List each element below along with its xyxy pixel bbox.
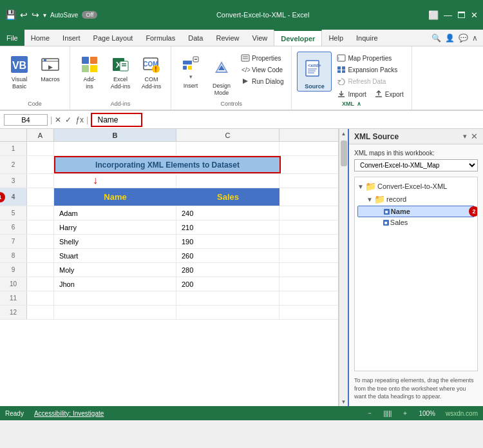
ribbon-collapse-icon[interactable]: ∧ (472, 34, 478, 43)
row-num-4[interactable]: 4 1 (0, 188, 27, 206)
tab-data[interactable]: Data (182, 30, 209, 46)
tree-expand-record[interactable]: ▼ (366, 196, 373, 203)
tab-review[interactable]: Review (209, 30, 245, 46)
cell-c5[interactable]: 240 (176, 206, 279, 220)
tab-developer[interactable]: Developer (274, 30, 322, 46)
tab-help[interactable]: Help (322, 30, 350, 46)
cell-a2[interactable] (27, 156, 54, 173)
confirm-formula-icon[interactable]: ✓ (65, 115, 71, 124)
xml-panel-dropdown-icon[interactable]: ▾ (463, 132, 467, 141)
cell-b9[interactable]: Moly (54, 263, 176, 277)
macros-button[interactable]: ▶ Macros (36, 52, 64, 84)
zoom-bar[interactable]: ||||| (383, 410, 392, 417)
cell-a1[interactable] (27, 142, 54, 155)
cancel-formula-icon[interactable]: ✕ (55, 115, 61, 124)
cell-a8[interactable] (27, 249, 54, 262)
tab-formulas[interactable]: Formulas (139, 30, 182, 46)
status-accessibility[interactable]: Accessibility: Investigate (34, 410, 104, 417)
cell-b1[interactable] (54, 142, 176, 155)
tab-home[interactable]: Home (24, 30, 56, 46)
tab-page-layout[interactable]: Page Layout (87, 30, 140, 46)
tree-item-name[interactable]: ■ Name 2 (357, 206, 475, 217)
row-num-10[interactable]: 10 (0, 277, 27, 291)
cell-b6[interactable]: Harry (54, 220, 176, 234)
cell-a9[interactable] (27, 263, 54, 277)
row-num-8[interactable]: 8 (0, 249, 27, 262)
search-icon[interactable]: 🔍 (431, 34, 441, 43)
comments-icon[interactable]: 💬 (459, 34, 468, 43)
add-ins-button[interactable]: Add-ins (75, 52, 104, 92)
run-dialog-button[interactable]: Run Dialog (238, 76, 286, 86)
xml-group-expand[interactable]: ∧ (357, 101, 361, 107)
redo-icon[interactable]: ↪ (32, 10, 39, 20)
tree-item-record[interactable]: ▼ 📁 record (357, 193, 475, 206)
row-num-1[interactable]: 1 (0, 142, 27, 155)
undo-icon[interactable]: ↩ (20, 10, 28, 20)
cell-b4-name[interactable]: Name (54, 188, 176, 206)
cell-a4[interactable] (27, 188, 54, 206)
maximize-icon[interactable]: 🗖 (457, 10, 466, 20)
name-box[interactable]: B4 (4, 114, 48, 126)
cell-c3[interactable] (176, 174, 279, 188)
cell-b7[interactable]: Shelly (54, 235, 176, 248)
row-num-7[interactable]: 7 (0, 235, 27, 248)
export-button[interactable]: Export (372, 89, 406, 99)
source-button[interactable]: <xml> Source (297, 52, 332, 92)
tree-item-root[interactable]: ▼ 📁 Convert-Excel-to-XML (357, 180, 475, 193)
cell-a10[interactable] (27, 277, 54, 291)
insert-control-button[interactable]: ▾ Insert (176, 52, 205, 90)
com-add-ins-button[interactable]: COM ! COMAdd-ins (137, 52, 166, 92)
autosave-toggle[interactable]: Off (82, 11, 97, 19)
cell-a3[interactable] (27, 174, 54, 188)
vertical-scrollbar[interactable]: ▲ ▼ (339, 129, 348, 406)
cell-c8[interactable]: 260 (176, 249, 279, 262)
row-num-6[interactable]: 6 (0, 220, 27, 234)
cell-c7[interactable]: 190 (176, 235, 279, 248)
excel-add-ins-button[interactable]: X ExcelAdd-ins (106, 52, 135, 92)
expansion-packs-button[interactable]: Expansion Packs (334, 64, 406, 75)
map-properties-button[interactable]: i Map Properties (334, 53, 406, 63)
cell-a5[interactable] (27, 206, 54, 220)
cell-c6[interactable]: 210 (176, 220, 279, 234)
properties-button[interactable]: Properties (238, 53, 286, 63)
xml-panel-close-icon[interactable]: ✕ (471, 131, 478, 141)
tree-item-sales[interactable]: ■ Sales (357, 217, 475, 228)
view-code-button[interactable]: </> View Code (238, 64, 286, 75)
cell-b3[interactable]: ↓ (54, 174, 176, 188)
design-mode-button[interactable]: DesignMode (207, 52, 236, 98)
cell-c9[interactable]: 280 (176, 263, 279, 277)
scroll-up-button[interactable]: ▲ (339, 129, 348, 138)
close-icon[interactable]: ✕ (471, 10, 478, 20)
tab-view[interactable]: View (246, 30, 274, 46)
cell-c1[interactable] (176, 142, 279, 155)
scroll-thumb[interactable] (341, 141, 347, 166)
cell-b2-merged[interactable]: Incorporating XML Elements to Dataset (54, 156, 281, 173)
ribbon-display-icon[interactable]: ⬜ (428, 10, 439, 20)
cell-b10[interactable]: Jhon (54, 277, 176, 291)
row-num-9[interactable]: 9 (0, 263, 27, 277)
cell-c4-sales[interactable]: Sales (176, 188, 279, 206)
zoom-in-icon[interactable]: ＋ (402, 409, 408, 418)
col-header-a[interactable]: A (27, 129, 54, 141)
xml-map-dropdown[interactable]: Convert-Excel-to-XML_Map (354, 159, 478, 171)
cell-a7[interactable] (27, 235, 54, 248)
tree-expand-root[interactable]: ▼ (357, 183, 364, 190)
table-row[interactable]: 4 1 Name Sales (0, 188, 338, 206)
row-num-2[interactable]: 2 (0, 156, 27, 173)
import-button[interactable]: Import (334, 89, 368, 99)
cell-a6[interactable] (27, 220, 54, 234)
cell-c10[interactable]: 200 (176, 277, 279, 291)
row-num-5[interactable]: 5 (0, 206, 27, 220)
share-icon[interactable]: 👤 (445, 34, 455, 43)
insert-function-icon[interactable]: ƒx (75, 115, 84, 124)
tab-inquire[interactable]: Inquire (350, 30, 384, 46)
col-header-c[interactable]: C (176, 129, 279, 141)
save-icon[interactable]: 💾 (5, 10, 16, 20)
minimize-icon[interactable]: — (444, 10, 452, 20)
formula-input[interactable]: Name (91, 113, 142, 127)
customize-qa-icon[interactable]: ▾ (43, 12, 46, 19)
cell-b8[interactable]: Stuart (54, 249, 176, 262)
row-num-3[interactable]: 3 (0, 174, 27, 188)
scroll-down-button[interactable]: ▼ (339, 397, 348, 406)
zoom-out-icon[interactable]: － (366, 409, 373, 418)
